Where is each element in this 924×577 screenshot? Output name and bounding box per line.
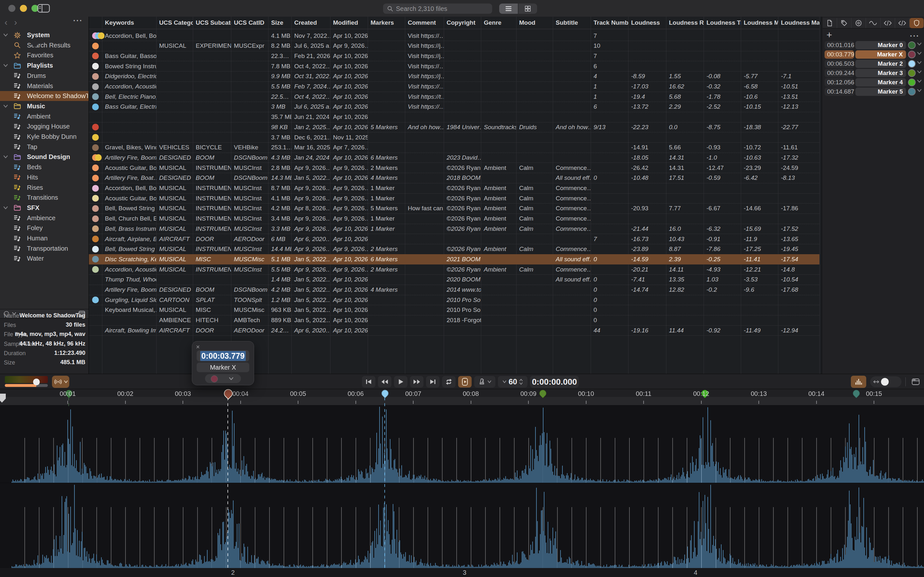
volume-slider[interactable] [5,376,48,388]
sidebar-item-playlists[interactable]: Playlists [0,61,89,71]
sidebar-item-human[interactable]: Human [0,234,89,243]
column-header[interactable]: Keywords [102,19,156,26]
fast-forward-button[interactable] [410,376,423,388]
marker-row[interactable]: 00:03.779Marker X [825,50,922,59]
auto-play-button[interactable] [458,376,472,388]
column-header[interactable]: Size [268,19,291,26]
sidebar-item-transportation[interactable]: Transportation [0,243,89,253]
chevron-down-icon[interactable] [917,89,922,92]
sidebar-item-materials[interactable]: Materials [0,81,89,91]
table-row[interactable]: Didgeridoo, Electric…9.9 MBOct 31, 2022…… [89,71,819,82]
waveform-channel-2[interactable] [0,483,924,568]
skip-start-button[interactable] [362,376,375,388]
chevron-down-icon[interactable] [917,79,922,83]
marker-time[interactable]: 00:12.056 [825,78,854,87]
timeline-zoom-slider[interactable] [870,376,901,387]
zoom-knob[interactable] [881,378,889,386]
chevron-down-icon[interactable] [917,52,922,55]
sidebar-item-tap[interactable]: Tap [0,142,89,152]
column-header[interactable]: Markers [368,19,405,26]
column-header[interactable]: Subtitle [553,19,591,26]
sidebar-item-welcome-to-shadowtag[interactable]: Welcome to ShadowTag [0,91,89,101]
column-header[interactable]: Loudness Max [741,19,778,26]
loop-button[interactable] [442,376,456,388]
waveform-channel-1[interactable] [0,405,924,483]
sidebar-item-music[interactable]: Music [0,101,89,111]
sidebar-item-hits[interactable]: Hits [0,172,89,182]
column-header[interactable]: Loudness [628,19,666,26]
column-header[interactable]: Modified [330,19,368,26]
marker-name[interactable]: Marker X [855,50,906,59]
tab-markers[interactable] [909,18,924,28]
table-row[interactable]: 3.7 MBDec 6, 2021…Nov 11, 2025… [89,132,819,143]
table-row[interactable]: Acoustic Guitar, Bo…MUSICALINSTRUMENTMUS… [89,193,819,203]
table-row[interactable]: Accordion, Bell, Bo…MUSICALINSTRUMENTMUS… [89,183,819,193]
column-header[interactable]: Comment [405,19,444,26]
column-header[interactable]: Copyright [444,19,481,26]
sidebar-item-search-results[interactable]: Search Results [0,40,89,50]
table-row[interactable]: Accordion, Bell, Bo…4.1 MBNov 7, 2022…Ap… [89,31,819,41]
close-icon[interactable]: × [196,343,200,351]
tab-file[interactable] [822,18,837,28]
marker-row[interactable]: 00:06.503Marker 2 [825,60,922,68]
table-row[interactable]: Acoustic Guitar, Bo…MUSICALINSTRUMENTMUS… [89,163,819,173]
column-header[interactable]: Loudness Range [666,19,704,26]
marker-row[interactable]: 00:01.016Marker 0 [825,41,922,49]
chevron-down-icon[interactable] [3,105,8,108]
volume-knob[interactable] [33,379,40,385]
marker-color-swatch[interactable] [908,41,916,49]
sidebar-item-drums[interactable]: Drums [0,71,89,81]
column-header[interactable]: Genre [481,19,516,26]
tab-audio[interactable] [851,18,866,28]
marker-color-picker[interactable] [205,374,241,383]
marker-name[interactable]: Marker 3 [855,69,906,77]
column-header[interactable]: UCS CatID [231,19,268,26]
table-row[interactable]: Bass Guitar, Bassoo…22.3…Feb 21, 2026…Ap… [89,51,819,61]
chevron-down-icon[interactable] [3,64,8,67]
table-row[interactable]: AMBIENCEHITECHAMBTech889 KBJan 5, 2022…A… [89,316,819,326]
marker-color-swatch[interactable] [908,69,916,77]
table-row[interactable]: Keyboard Musical,…MUSICALMISCMUSCMisc963… [89,305,819,316]
metronome-button[interactable] [474,376,495,388]
sidebar-item-transitions[interactable]: Transitions [0,193,89,203]
tempo-stepper[interactable]: 60 [498,376,527,388]
rewind-button[interactable] [378,376,391,388]
search-input[interactable]: Search 2,310 files [383,3,492,14]
markers-more-button[interactable]: ··· [910,31,919,40]
column-header[interactable]: Loudness True [704,19,741,26]
marker-time[interactable]: 00:06.503 [825,60,854,68]
marker-time[interactable]: 00:03.779 [825,50,854,59]
sidebar-item-kyle-bobby-dunn[interactable]: Kyle Bobby Dunn [0,132,89,142]
grid-view-button[interactable] [519,3,537,14]
sidebar-more-button[interactable]: ··· [73,16,83,25]
chevron-down-icon[interactable] [3,206,8,210]
column-header[interactable]: Created [291,19,330,26]
marker-color-swatch[interactable] [908,88,916,95]
tab-tags[interactable] [837,18,851,28]
sidebar-item-beds[interactable]: Beds [0,162,89,172]
add-marker-button[interactable]: + [827,29,832,40]
marker-name-field[interactable]: Marker X [197,363,249,372]
chevron-down-icon[interactable] [917,70,922,74]
column-header[interactable]: Loudness Max [778,19,819,26]
table-row[interactable]: Artillery Fire, Boom,…DESIGNEDBOOMDSGNBo… [89,153,819,163]
sidebar-item-water[interactable]: Water [0,253,89,263]
table-row[interactable]: Bell, Bowed String I…MUSICALINSTRUMENTMU… [89,244,819,255]
marker-row[interactable]: 00:12.056Marker 4 [825,78,922,87]
marker-time-field[interactable]: 0:00:03.779 [197,350,249,361]
chevron-down-icon[interactable] [3,33,8,37]
traffic-minimize-button[interactable] [20,5,27,12]
forward-button[interactable]: › [14,17,17,27]
monitor-speaker-button[interactable] [52,376,69,388]
table-row[interactable]: Accordion, Acoustic…5.5 MBFeb 7, 2024…Ap… [89,82,819,92]
marker-time[interactable]: 00:14.687 [825,87,854,96]
table-row[interactable]: Bell, Electric Piano,…22.5…Oct 4, 2022…A… [89,92,819,102]
marker-name[interactable]: Marker 4 [855,78,906,87]
table-row[interactable]: Artillery Fire, Boat…DESIGNEDBOOMDSGNBoo… [89,173,819,183]
table-row[interactable]: Gurgling, Liquid Slo…CARTOONSPLATTOONSpl… [89,295,819,305]
marker-color-swatch[interactable] [908,51,916,58]
chevron-down-icon[interactable] [917,42,922,46]
skip-end-button[interactable] [426,376,439,388]
marker-name[interactable]: Marker 5 [855,87,906,96]
table-row[interactable]: Gravel, Bikes, WindVEHICLESBICYCLEVEHBik… [89,143,819,153]
